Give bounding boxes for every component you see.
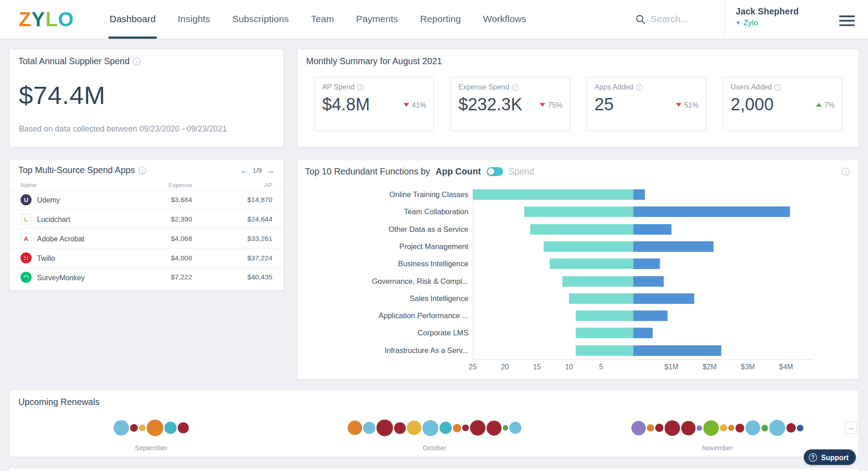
renewal-bubble[interactable]	[130, 424, 138, 432]
nav-item-dashboard[interactable]: Dashboard	[99, 0, 167, 39]
renewal-bubble[interactable]	[178, 422, 189, 433]
bar-spend[interactable]	[633, 293, 694, 304]
info-icon[interactable]: i	[636, 84, 643, 91]
renewal-bubble[interactable]	[146, 419, 163, 436]
renewal-bubble[interactable]	[769, 420, 785, 436]
screen: ZYLO DashboardInsightsSubscriptionsTeamP…	[0, 0, 868, 471]
renewal-bubble[interactable]	[486, 420, 501, 435]
nav-item-workflows[interactable]: Workflows	[472, 0, 538, 39]
app-logo-icon: ∷	[20, 252, 31, 263]
bar-app-count[interactable]	[576, 328, 633, 338]
renewal-bubble[interactable]	[363, 422, 375, 434]
renewal-bubble[interactable]	[509, 422, 522, 434]
next-page-arrow[interactable]: →	[266, 166, 274, 174]
info-icon[interactable]: i	[512, 84, 519, 91]
renewal-bubble[interactable]	[703, 420, 719, 435]
nav-item-subscriptions[interactable]: Subscriptions	[222, 0, 300, 39]
stat-label: Users Addedi	[731, 83, 835, 91]
bar-spend[interactable]	[633, 189, 645, 200]
stat-label: AP Spendi	[322, 83, 426, 91]
renewal-bubble[interactable]	[113, 420, 129, 435]
renewal-bubble[interactable]	[503, 425, 508, 430]
bar-spend[interactable]	[633, 259, 660, 269]
renewal-bubble[interactable]	[407, 421, 421, 435]
nav-item-insights[interactable]: Insights	[167, 0, 222, 39]
next-arrow-button[interactable]: →	[845, 422, 857, 434]
table-row[interactable]: LLucidchart$2,390$24,644	[9, 209, 283, 229]
info-icon[interactable]: i	[357, 84, 364, 91]
bar-app-count[interactable]	[550, 259, 633, 269]
renewal-bubble[interactable]	[462, 424, 469, 431]
renewal-bubble[interactable]	[139, 424, 146, 431]
renewal-bubble[interactable]	[761, 424, 768, 431]
bar-app-count[interactable]	[576, 345, 633, 356]
renewal-bubble[interactable]	[786, 423, 796, 433]
bar-spend[interactable]	[633, 207, 790, 217]
renewal-bubble[interactable]	[736, 424, 745, 433]
info-icon[interactable]: i	[138, 167, 146, 174]
delta-value: 7%	[825, 100, 835, 108]
renewal-bubble[interactable]	[422, 420, 439, 436]
bar-app-count[interactable]	[524, 207, 633, 217]
renewal-bubble[interactable]	[632, 421, 646, 435]
bar-spend[interactable]	[633, 241, 713, 252]
table-row[interactable]: AAdobe Acrobat$4,068$33,261	[9, 229, 283, 248]
renewal-bubble[interactable]	[797, 424, 804, 431]
user-menu[interactable]: Jack Shepherd ▼ Zylo	[736, 7, 798, 27]
renewal-bubble[interactable]	[470, 420, 486, 435]
bar-spend[interactable]	[633, 311, 668, 321]
zylo-logo[interactable]: ZYLO	[19, 8, 74, 31]
bar-app-count[interactable]	[569, 293, 633, 304]
app-name-cell: UUdemy	[20, 194, 131, 205]
org-switcher[interactable]: ▼ Zylo	[736, 18, 798, 27]
bar-app-count[interactable]	[576, 311, 633, 321]
stat-value-row: $232.3K75%	[458, 94, 562, 114]
renewal-bubble[interactable]	[165, 422, 177, 434]
bar-spend[interactable]	[633, 276, 664, 286]
table-row[interactable]: ◠SurveyMonkey$7,222$40,435	[9, 267, 283, 287]
chart-category-label: Governance, Risk & Compl...	[297, 273, 468, 290]
renewal-bubble[interactable]	[439, 422, 452, 434]
bar-spend[interactable]	[633, 345, 721, 356]
hamburger-menu-icon[interactable]	[839, 15, 854, 28]
search-input[interactable]	[651, 14, 712, 25]
renewal-bubble[interactable]	[377, 419, 393, 436]
nav-item-payments[interactable]: Payments	[345, 0, 409, 39]
renewal-bubble[interactable]	[647, 424, 654, 432]
bar-app-count[interactable]	[531, 224, 633, 234]
info-icon[interactable]: i	[775, 84, 782, 91]
renewal-bubble[interactable]	[720, 424, 727, 432]
bar-app-count[interactable]	[473, 189, 633, 200]
nav-item-reporting[interactable]: Reporting	[409, 0, 472, 39]
renewal-bubble[interactable]	[348, 421, 362, 435]
renewal-bubble[interactable]	[655, 424, 663, 432]
renewal-bubble[interactable]	[681, 421, 696, 435]
bar-app-count[interactable]	[543, 241, 633, 252]
nav-item-team[interactable]: Team	[300, 0, 345, 39]
next-card-edge	[9, 468, 859, 471]
bar-spend[interactable]	[633, 328, 652, 338]
renewal-bubble[interactable]	[665, 420, 680, 435]
chart-category-label: Business Intelligence	[297, 255, 468, 273]
global-search	[636, 0, 712, 39]
renewal-bubble[interactable]	[453, 424, 461, 432]
bar-spend[interactable]	[633, 224, 671, 234]
renewal-bubble[interactable]	[394, 422, 406, 434]
prev-page-arrow[interactable]: ←	[240, 166, 248, 174]
table-row[interactable]: UUdemy$3,684$14,870	[9, 190, 283, 209]
renewal-bubble[interactable]	[745, 420, 760, 435]
bar-app-count[interactable]	[563, 276, 633, 286]
renewal-bubble[interactable]	[697, 425, 702, 430]
month-label: September	[135, 444, 167, 452]
user-name: Jack Shepherd	[736, 7, 798, 17]
info-icon[interactable]: i	[133, 57, 141, 65]
support-button[interactable]: ? Support	[804, 449, 856, 465]
app-name: SurveyMonkey	[37, 273, 85, 281]
search-icon[interactable]	[636, 14, 646, 24]
renewal-bubble[interactable]	[728, 425, 734, 431]
renewal-month-group	[632, 420, 804, 436]
app-logo-icon: ◠	[20, 272, 31, 283]
table-row[interactable]: ∷Twilio$4,008$37,224	[9, 248, 283, 268]
stat-tile: Apps Addedi2551%	[587, 77, 706, 131]
x-axis-tick: 5	[599, 363, 603, 371]
